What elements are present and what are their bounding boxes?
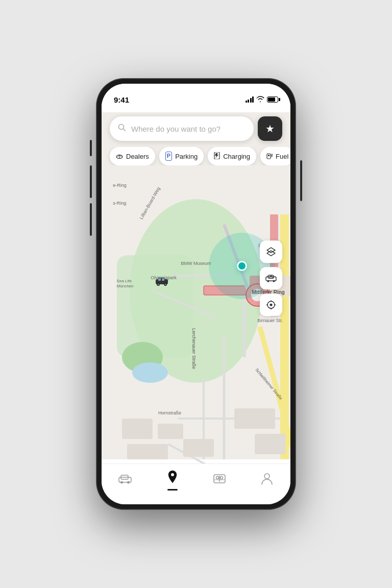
tab-profile-icon bbox=[261, 472, 273, 488]
svg-point-4 bbox=[132, 362, 168, 383]
svg-point-36 bbox=[158, 284, 159, 285]
svg-point-65 bbox=[171, 473, 174, 476]
car-view-button[interactable] bbox=[260, 267, 282, 289]
car-marker bbox=[155, 277, 169, 288]
phone-frame: 9:41 bbox=[96, 79, 296, 509]
search-input-container[interactable]: Where do you want to go? bbox=[110, 116, 254, 141]
svg-rect-25 bbox=[183, 439, 214, 457]
svg-point-64 bbox=[127, 481, 130, 483]
volume-up-button[interactable] bbox=[90, 140, 92, 156]
favorites-button[interactable]: ★ bbox=[258, 116, 282, 141]
location-dot bbox=[237, 261, 247, 271]
svg-rect-22 bbox=[122, 419, 153, 439]
tab-map[interactable] bbox=[149, 470, 197, 491]
svg-rect-34 bbox=[162, 278, 164, 281]
svg-point-53 bbox=[267, 280, 270, 282]
charging-label: Charging bbox=[223, 153, 250, 160]
wifi-icon bbox=[256, 96, 264, 104]
tab-profile[interactable] bbox=[243, 472, 291, 488]
volume-down-button[interactable] bbox=[90, 165, 92, 198]
status-time: 9:41 bbox=[114, 95, 129, 104]
tab-map-icon bbox=[166, 470, 179, 487]
fuel-label: Fuel bbox=[276, 153, 288, 160]
map-area[interactable]: Lillian-Board-Weg BMW Museum Dostlerstr.… bbox=[102, 108, 290, 463]
tab-car-icon bbox=[118, 473, 132, 487]
svg-rect-26 bbox=[234, 408, 275, 429]
svg-rect-23 bbox=[158, 424, 183, 439]
search-icon bbox=[118, 124, 126, 134]
tab-car[interactable] bbox=[102, 473, 149, 487]
svg-point-54 bbox=[273, 280, 275, 282]
tab-services[interactable] bbox=[196, 473, 243, 488]
svg-rect-2 bbox=[117, 255, 193, 357]
chip-dealers[interactable]: Dealers bbox=[110, 147, 155, 165]
svg-rect-33 bbox=[158, 278, 161, 281]
tab-services-icon bbox=[213, 473, 226, 488]
signal-icon bbox=[246, 96, 254, 103]
status-icons bbox=[246, 96, 279, 104]
tab-bar bbox=[102, 463, 290, 504]
svg-rect-27 bbox=[255, 434, 285, 454]
status-bar: 9:41 bbox=[102, 84, 290, 108]
search-placeholder-text: Where do you want to go? bbox=[131, 125, 220, 133]
svg-line-40 bbox=[124, 129, 126, 131]
svg-point-38 bbox=[165, 284, 166, 285]
svg-point-71 bbox=[264, 474, 270, 479]
svg-rect-24 bbox=[127, 444, 168, 459]
search-bar: Where do you want to go? ★ bbox=[110, 116, 282, 141]
svg-point-68 bbox=[220, 476, 223, 479]
tab-active-indicator bbox=[167, 489, 178, 491]
svg-point-56 bbox=[270, 304, 273, 306]
layers-button[interactable] bbox=[260, 240, 282, 263]
phone-screen: 9:41 bbox=[102, 84, 290, 504]
svg-rect-51 bbox=[266, 277, 276, 281]
dealers-label: Dealers bbox=[126, 153, 149, 160]
filter-chips-row: Dealers P Parking Charging bbox=[102, 147, 290, 165]
fuel-icon bbox=[266, 152, 273, 161]
map-controls bbox=[260, 240, 282, 316]
svg-point-63 bbox=[120, 481, 123, 483]
center-location-button[interactable] bbox=[260, 293, 282, 316]
parking-icon: P bbox=[165, 152, 172, 160]
svg-marker-49 bbox=[267, 248, 275, 253]
dealers-icon bbox=[116, 153, 123, 160]
charging-icon bbox=[214, 152, 220, 161]
power-button[interactable] bbox=[300, 160, 302, 201]
parking-label: Parking bbox=[175, 153, 198, 160]
chip-fuel[interactable]: Fuel bbox=[260, 147, 290, 165]
chip-parking[interactable]: P Parking bbox=[159, 147, 204, 165]
star-icon: ★ bbox=[265, 122, 275, 135]
svg-marker-50 bbox=[267, 251, 275, 256]
chip-charging[interactable]: Charging bbox=[208, 147, 256, 165]
battery-icon bbox=[267, 96, 278, 103]
svg-point-67 bbox=[216, 476, 219, 479]
svg-rect-45 bbox=[268, 155, 270, 156]
silent-switch[interactable] bbox=[90, 203, 92, 236]
